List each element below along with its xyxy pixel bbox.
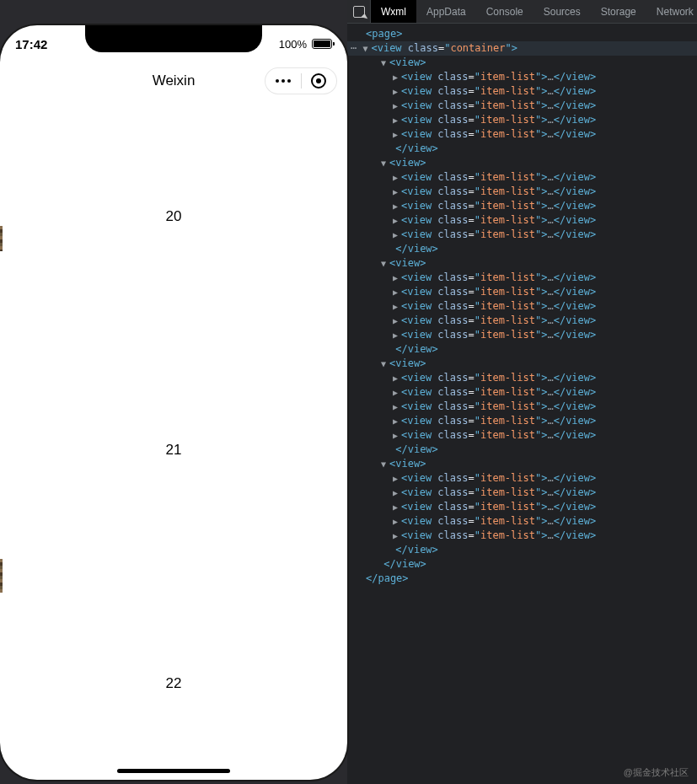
tree-node[interactable]: <view class="item-list">…</view> (347, 500, 697, 514)
list-item: 21 (0, 333, 347, 567)
tree-node[interactable]: <view class="item-list">…</view> (347, 285, 697, 299)
target-icon (311, 73, 326, 89)
tab-storage[interactable]: Storage (591, 0, 646, 23)
tree-node[interactable]: <view class="item-list">…</view> (347, 529, 697, 543)
texture-decoration (0, 559, 3, 593)
tree-node[interactable]: <view class="item-list">…</view> (347, 170, 697, 185)
tree-node[interactable]: <view class="item-list">…</view> (347, 486, 697, 500)
nav-bar: Weixin (0, 62, 347, 99)
phone-frame: 17:42 100% Weixin (0, 25, 347, 780)
tree-node[interactable]: <view class="item-list">…</view> (347, 414, 697, 428)
tree-node[interactable]: </view> (347, 557, 697, 572)
tab-sources[interactable]: Sources (533, 0, 591, 23)
tree-node[interactable]: <view> (347, 56, 697, 70)
phone-simulator: 17:42 100% Weixin (0, 0, 347, 784)
tree-node[interactable]: <view class="item-list">…</view> (347, 428, 697, 443)
tree-node[interactable]: <view> (347, 457, 697, 471)
tree-node[interactable]: <view class="item-list">…</view> (347, 328, 697, 342)
inspect-icon (353, 6, 365, 18)
tree-node[interactable]: </page> (347, 572, 697, 586)
tree-node[interactable]: <view class="item-list">…</view> (347, 471, 697, 486)
list-item: 22 (0, 567, 347, 780)
status-right: 100% (279, 38, 332, 51)
phone-notch (85, 25, 262, 52)
battery-icon (312, 39, 332, 49)
battery-percent: 100% (279, 38, 307, 51)
tree-node[interactable]: <view class="item-list">…</view> (347, 99, 697, 113)
devtools-panel: Wxml AppData Console Sources Storage Net… (347, 0, 697, 784)
close-button[interactable] (302, 68, 337, 94)
tree-node[interactable]: ⋯ <view class="container"> (347, 41, 697, 56)
tree-node[interactable]: <view class="item-list">…</view> (347, 271, 697, 285)
home-indicator[interactable] (117, 769, 230, 773)
dom-tree[interactable]: <page>⋯ <view class="container"><view><v… (347, 24, 697, 784)
tree-node[interactable]: </view> (347, 142, 697, 156)
tree-node[interactable]: <view class="item-list">…</view> (347, 514, 697, 529)
tree-node[interactable]: <view class="item-list">…</view> (347, 314, 697, 328)
inspect-button[interactable] (347, 0, 371, 24)
tree-node[interactable]: <view class="item-list">…</view> (347, 127, 697, 142)
page-title: Weixin (153, 72, 196, 89)
tree-node[interactable]: <view class="item-list">…</view> (347, 113, 697, 127)
phone-content[interactable]: 20 21 22 (0, 99, 347, 780)
dots-icon (276, 79, 291, 83)
tab-network[interactable]: Network (646, 0, 697, 23)
menu-button[interactable] (265, 68, 301, 94)
tree-node[interactable]: </view> (347, 543, 697, 557)
tree-node[interactable]: <view> (347, 156, 697, 170)
tree-node[interactable]: <view class="item-list">…</view> (347, 385, 697, 400)
tab-console[interactable]: Console (476, 0, 533, 23)
tree-node[interactable]: <view class="item-list">…</view> (347, 299, 697, 314)
watermark: @掘金技术社区 (624, 766, 689, 779)
tree-node[interactable]: <view> (347, 256, 697, 271)
tree-node[interactable]: </view> (347, 443, 697, 457)
tree-node[interactable]: <view class="item-list">…</view> (347, 199, 697, 213)
tree-node[interactable]: <view class="item-list">…</view> (347, 213, 697, 228)
tab-appdata[interactable]: AppData (416, 0, 476, 23)
texture-decoration (0, 226, 3, 251)
tree-node[interactable]: </view> (347, 342, 697, 357)
tree-node[interactable]: <page> (347, 27, 697, 41)
tree-node[interactable]: <view class="item-list">…</view> (347, 371, 697, 385)
tree-node[interactable]: <view class="item-list">…</view> (347, 400, 697, 414)
list-item: 20 (0, 99, 347, 333)
devtools-tabs: Wxml AppData Console Sources Storage Net… (347, 0, 697, 24)
tab-wxml[interactable]: Wxml (371, 0, 416, 23)
tree-node[interactable]: </view> (347, 242, 697, 256)
status-time: 17:42 (15, 37, 47, 51)
tree-node[interactable]: <view class="item-list">…</view> (347, 228, 697, 242)
tree-node[interactable]: <view class="item-list">…</view> (347, 70, 697, 84)
capsule-menu (265, 67, 337, 94)
tree-node[interactable]: <view class="item-list">…</view> (347, 84, 697, 99)
tree-node[interactable]: <view class="item-list">…</view> (347, 185, 697, 199)
tree-node[interactable]: <view> (347, 357, 697, 371)
